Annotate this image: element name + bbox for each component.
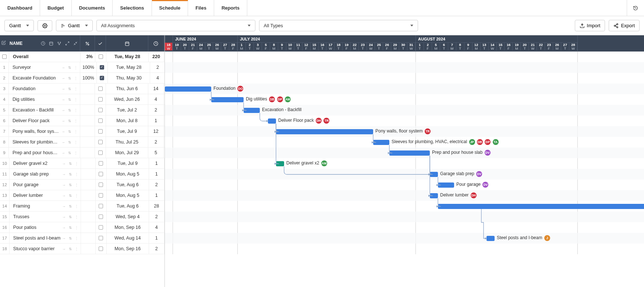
- more-icon[interactable]: ⋮: [75, 194, 78, 198]
- table-row[interactable]: 8Sleeves for plumbing, HVAC, electrical→…: [0, 137, 164, 148]
- col-duration[interactable]: [148, 35, 164, 52]
- drag-icon[interactable]: ⇅: [69, 247, 72, 251]
- done-cell[interactable]: [95, 137, 106, 147]
- more-icon[interactable]: ⋮: [75, 226, 78, 230]
- drag-icon[interactable]: ⇅: [69, 183, 72, 187]
- drag-icon[interactable]: ⇅: [68, 76, 71, 80]
- drag-icon[interactable]: ⇅: [69, 194, 72, 198]
- done-cell[interactable]: [95, 105, 106, 115]
- done-cell[interactable]: [96, 233, 107, 243]
- gantt-bar[interactable]: [244, 108, 260, 113]
- import-button[interactable]: Import: [575, 20, 605, 31]
- more-icon[interactable]: ⋮: [74, 87, 78, 91]
- more-icon[interactable]: ⋮: [75, 236, 78, 240]
- drag-icon[interactable]: ⇅: [68, 65, 71, 70]
- done-cell[interactable]: [96, 180, 107, 190]
- gantt-bar[interactable]: [373, 140, 389, 145]
- view-dropdown[interactable]: Gantt: [4, 20, 34, 31]
- more-icon[interactable]: ⋮: [74, 140, 78, 144]
- col-check[interactable]: [95, 35, 106, 52]
- table-row[interactable]: 10Deliver gravel x2→⇅⋮Tue, Jul 91: [0, 158, 164, 169]
- gantt-bar[interactable]: [276, 161, 284, 166]
- export-button[interactable]: Export: [609, 20, 640, 31]
- col-percent[interactable]: [80, 35, 95, 52]
- gantt-bar[interactable]: [211, 97, 244, 102]
- types-select[interactable]: All Types: [259, 20, 418, 31]
- table-row[interactable]: 3Foundation→⇅⋮Thu, Jun 614: [0, 84, 164, 94]
- more-icon[interactable]: ⋮: [75, 204, 78, 208]
- done-cell[interactable]: [96, 169, 107, 179]
- table-row[interactable]: 5Excavation - Backfill→⇅⋮Tue, Jul 22: [0, 105, 164, 116]
- table-row[interactable]: 4Dig utilities→⇅⋮Wed, Jun 264: [0, 94, 164, 105]
- done-cell[interactable]: [96, 222, 107, 233]
- drag-icon[interactable]: ⇅: [68, 119, 71, 123]
- drag-icon[interactable]: ⇅: [68, 140, 71, 144]
- more-icon[interactable]: ⋮: [74, 65, 78, 70]
- more-icon[interactable]: ⋮: [74, 76, 78, 80]
- table-row[interactable]: 6Deliver Floor pack→⇅⋮Mon, Jul 81: [0, 116, 164, 126]
- more-icon[interactable]: ⋮: [74, 151, 78, 155]
- done-cell[interactable]: [95, 84, 106, 94]
- table-row[interactable]: 11Garage slab prep→⇅⋮Mon, Aug 51: [0, 169, 164, 180]
- table-row[interactable]: 2Excavate Foundation→⇅⋮100%Thu, May 304: [0, 73, 164, 84]
- done-cell[interactable]: [95, 94, 106, 104]
- row-overall[interactable]: Overall3%Tue, May 28220: [0, 52, 164, 62]
- drag-icon[interactable]: ⇅: [69, 162, 72, 166]
- tab-reports[interactable]: Reports: [214, 0, 247, 16]
- gantt-bar[interactable]: [276, 129, 373, 134]
- tab-selections[interactable]: Selections: [113, 0, 152, 16]
- gantt-group-dropdown[interactable]: Gantt: [56, 20, 93, 31]
- more-icon[interactable]: ⋮: [74, 108, 78, 112]
- more-icon[interactable]: ⋮: [75, 162, 78, 166]
- done-cell[interactable]: [96, 212, 107, 222]
- more-icon[interactable]: ⋮: [74, 119, 78, 123]
- col-date[interactable]: [106, 35, 148, 52]
- table-row[interactable]: 14Framing→⇅⋮Tue, Aug 628: [0, 201, 164, 212]
- gantt-bar[interactable]: [430, 172, 438, 177]
- table-row[interactable]: 16Pour patios→⇅⋮Mon, Sep 164: [0, 222, 164, 233]
- more-icon[interactable]: ⋮: [75, 183, 78, 187]
- drag-icon[interactable]: ⇅: [68, 87, 71, 91]
- tab-dashboard[interactable]: Dashboard: [0, 0, 40, 16]
- done-cell[interactable]: [95, 52, 106, 62]
- done-cell[interactable]: [95, 116, 106, 126]
- drag-icon[interactable]: ⇅: [69, 236, 72, 240]
- drag-icon[interactable]: ⇅: [68, 151, 71, 155]
- drag-icon[interactable]: ⇅: [69, 226, 72, 230]
- drag-icon[interactable]: ⇅: [69, 215, 72, 219]
- gantt-bar[interactable]: [389, 150, 430, 156]
- done-cell[interactable]: [96, 244, 107, 254]
- done-cell[interactable]: [96, 158, 107, 169]
- table-row[interactable]: 15Trusses→⇅⋮Wed, Sep 42: [0, 212, 164, 222]
- more-icon[interactable]: ⋮: [75, 215, 78, 219]
- gantt-bar[interactable]: [438, 183, 454, 188]
- row-checkbox[interactable]: [0, 52, 9, 62]
- done-cell[interactable]: [96, 201, 107, 211]
- tab-files[interactable]: Files: [188, 0, 214, 16]
- table-row[interactable]: 13Deliver lumber→⇅⋮Mon, Aug 51: [0, 190, 164, 201]
- tab-documents[interactable]: Documents: [72, 0, 113, 16]
- drag-icon[interactable]: ⇅: [69, 204, 72, 208]
- done-cell[interactable]: [97, 73, 108, 83]
- gantt-bar[interactable]: [438, 204, 644, 209]
- assignments-select[interactable]: All Assignments: [96, 20, 255, 31]
- done-cell[interactable]: [95, 126, 106, 137]
- drag-icon[interactable]: ⇅: [68, 130, 71, 134]
- drag-icon[interactable]: ⇅: [69, 172, 72, 176]
- done-cell[interactable]: [95, 148, 106, 158]
- settings-button[interactable]: [38, 20, 52, 31]
- table-row[interactable]: 18Stucco vapor barrier→⇅⋮Mon, Sep 162: [0, 244, 164, 254]
- more-icon[interactable]: ⋮: [75, 247, 78, 251]
- table-row[interactable]: 17Steel posts and I-beam→⇅⋮Wed, Aug 141: [0, 233, 164, 244]
- table-row[interactable]: 9Prep and pour house slab→⇅⋮Mon, Jul 295: [0, 148, 164, 158]
- gantt-bar[interactable]: [430, 193, 438, 198]
- more-icon[interactable]: ⋮: [75, 172, 78, 176]
- gantt-bar[interactable]: [165, 86, 211, 92]
- gantt-bar[interactable]: [486, 236, 495, 241]
- gantt-bar[interactable]: [268, 118, 276, 124]
- table-row[interactable]: 12Pour garage→⇅⋮Tue, Aug 62: [0, 180, 164, 190]
- tab-budget[interactable]: Budget: [40, 0, 72, 16]
- table-row[interactable]: 1Surveyor→⇅⋮100%Tue, May 282: [0, 62, 164, 73]
- drag-icon[interactable]: ⇅: [68, 98, 71, 102]
- table-row[interactable]: 7Pony walls, floor system→⇅⋮Tue, Jul 912: [0, 126, 164, 137]
